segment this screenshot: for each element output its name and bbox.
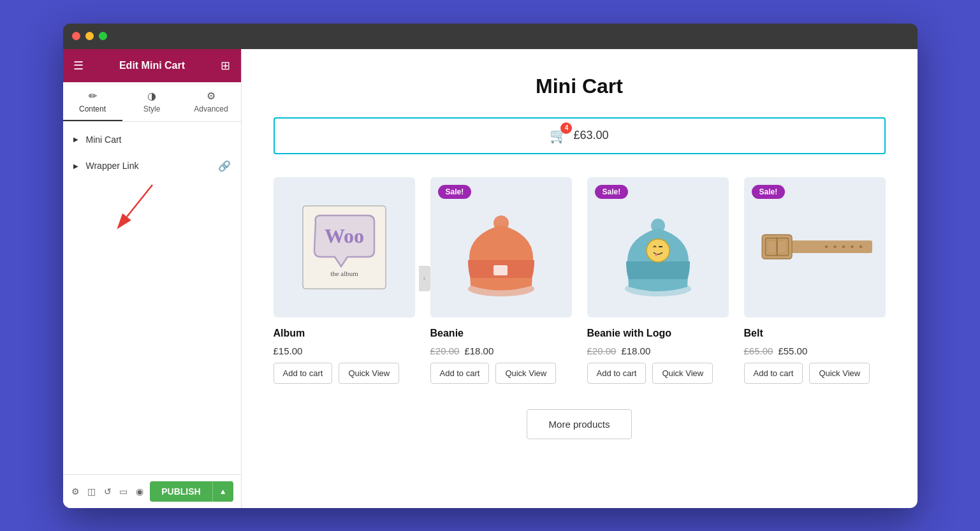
quick-view-belt[interactable]: Quick View [809, 363, 870, 384]
tab-content[interactable]: ✏ Content [63, 82, 122, 121]
publish-button[interactable]: PUBLISH [150, 481, 212, 502]
grid-icon[interactable]: ⊞ [221, 59, 230, 73]
dynamic-icon: 🔗 [218, 160, 231, 172]
price-current-beanie-logo: £18.00 [621, 346, 650, 356]
wrapper-link-label: Wrapper Link [86, 161, 139, 171]
product-price-album: £15.00 [274, 346, 415, 356]
price-album: £15.00 [274, 346, 303, 356]
price-current-beanie: £18.00 [464, 346, 494, 356]
dot-red[interactable] [72, 32, 80, 40]
sidebar-tabs: ✏ Content ◑ Style ⚙ Advanced [63, 82, 241, 122]
mini-cart-bar[interactable]: 🛒 4 £63.00 [274, 117, 886, 154]
price-current-belt: £55.00 [778, 346, 807, 356]
browser-window: ☰ Edit Mini Cart ⊞ ✏ Content ◑ Style ⚙ A… [63, 24, 918, 508]
price-original-belt: £65.00 [744, 346, 773, 356]
product-image-beanie-logo: Sale! [587, 177, 729, 317]
product-card-beanie: Sale! [430, 177, 572, 384]
product-name-beanie: Beanie [430, 328, 572, 339]
product-actions-album: Add to cart Quick View [274, 363, 415, 384]
tab-content-label: Content [79, 105, 106, 113]
more-products-wrap: More products [274, 409, 886, 439]
style-icon: ◑ [147, 90, 156, 102]
sale-badge-beanie-logo: Sale! [595, 185, 629, 199]
mini-cart-label: Mini Cart [86, 135, 122, 145]
publish-dropdown-button[interactable]: ▲ [212, 481, 233, 502]
add-to-cart-beanie-logo[interactable]: Add to cart [587, 363, 647, 384]
hamburger-icon[interactable]: ☰ [73, 59, 84, 73]
beanie-image [457, 196, 546, 298]
sidebar-title: Edit Mini Cart [119, 60, 185, 71]
product-actions-belt: Add to cart Quick View [744, 363, 886, 384]
dot-green[interactable] [99, 32, 107, 40]
responsive-footer-icon[interactable]: ▭ [118, 483, 129, 500]
page-title: Mini Cart [274, 75, 886, 98]
price-original-beanie: £20.00 [430, 346, 460, 356]
products-grid: Woo the album Album £15.00 Add to cart Q… [274, 177, 886, 384]
album-image: Woo the album [296, 200, 392, 295]
svg-point-11 [651, 219, 665, 233]
tab-advanced[interactable]: ⚙ Advanced [182, 82, 241, 121]
sidebar-menu: ▶ Mini Cart ▶ Wrapper Link 🔗 [63, 122, 241, 185]
product-card-beanie-logo: Sale! [587, 177, 729, 384]
collapse-handle[interactable]: ‹ [419, 266, 430, 291]
quick-view-album[interactable]: Quick View [339, 363, 399, 384]
svg-point-13 [824, 245, 828, 248]
product-name-belt: Belt [744, 328, 886, 339]
tab-style[interactable]: ◑ Style [122, 82, 182, 121]
add-to-cart-belt[interactable]: Add to cart [744, 363, 803, 384]
arrow-icon-2: ▶ [73, 163, 78, 170]
svg-point-10 [655, 254, 657, 256]
sale-badge-beanie: Sale! [438, 185, 472, 199]
layers-footer-icon[interactable]: ◫ [86, 483, 97, 500]
arrow-annotation [101, 178, 178, 229]
product-price-beanie: £20.00 £18.00 [430, 346, 572, 356]
beanie-logo-image [613, 196, 703, 298]
product-price-beanie-logo: £20.00 £18.00 [587, 346, 729, 356]
tab-advanced-label: Advanced [194, 105, 228, 113]
history-footer-icon[interactable]: ↺ [102, 483, 113, 500]
product-actions-beanie-logo: Add to cart Quick View [587, 363, 729, 384]
advanced-icon: ⚙ [207, 90, 216, 102]
sidebar-item-mini-cart[interactable]: ▶ Mini Cart [63, 127, 241, 152]
browser-content: ☰ Edit Mini Cart ⊞ ✏ Content ◑ Style ⚙ A… [63, 49, 918, 508]
sidebar: ☰ Edit Mini Cart ⊞ ✏ Content ◑ Style ⚙ A… [63, 49, 242, 508]
dot-yellow[interactable] [85, 32, 94, 40]
svg-point-8 [647, 239, 669, 262]
cart-icon-wrap: 🛒 4 [550, 127, 567, 144]
product-image-belt: Sale! [744, 177, 886, 317]
sidebar-item-wrapper-link[interactable]: ▶ Wrapper Link 🔗 [63, 152, 241, 180]
add-to-cart-beanie[interactable]: Add to cart [430, 363, 490, 384]
product-name-beanie-logo: Beanie with Logo [587, 328, 729, 339]
more-products-button[interactable]: More products [527, 409, 633, 439]
tab-style-label: Style [143, 105, 161, 113]
add-to-cart-album[interactable]: Add to cart [274, 363, 333, 384]
main-content: Mini Cart 🛒 4 £63.00 [242, 49, 918, 508]
settings-footer-icon[interactable]: ⚙ [71, 483, 82, 500]
svg-point-17 [859, 245, 862, 248]
belt-image [757, 215, 872, 279]
svg-text:Woo: Woo [324, 224, 363, 247]
product-card-album: Woo the album Album £15.00 Add to cart Q… [274, 177, 415, 384]
browser-titlebar [63, 24, 918, 49]
svg-point-15 [842, 245, 845, 248]
svg-point-16 [851, 245, 854, 248]
svg-point-14 [833, 245, 837, 248]
quick-view-beanie[interactable]: Quick View [495, 363, 556, 384]
publish-group: PUBLISH ▲ [150, 481, 233, 502]
quick-view-beanie-logo[interactable]: Quick View [652, 363, 713, 384]
product-name-album: Album [274, 328, 415, 339]
product-image-album: Woo the album [274, 177, 415, 317]
cart-amount: £63.00 [573, 129, 608, 142]
svg-rect-5 [494, 265, 508, 275]
arrow-icon: ▶ [73, 136, 78, 143]
sidebar-footer: ⚙ ◫ ↺ ▭ ◉ PUBLISH ▲ [63, 474, 241, 508]
cart-badge: 4 [560, 122, 572, 134]
product-image-beanie: Sale! [430, 177, 572, 317]
pencil-icon: ✏ [89, 90, 97, 102]
svg-text:the album: the album [330, 270, 358, 277]
sidebar-header: ☰ Edit Mini Cart ⊞ [63, 49, 241, 82]
product-actions-beanie: Add to cart Quick View [430, 363, 572, 384]
price-original-beanie-logo: £20.00 [587, 346, 617, 356]
preview-footer-icon[interactable]: ◉ [134, 483, 145, 500]
product-card-belt: Sale! [744, 177, 886, 384]
